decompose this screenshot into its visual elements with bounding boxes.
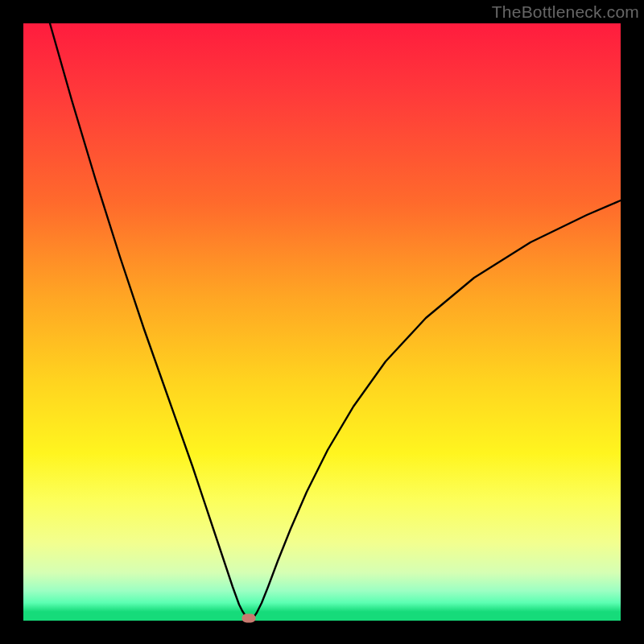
optimal-marker — [242, 614, 256, 623]
curve-path — [50, 23, 621, 619]
bottleneck-curve — [23, 23, 621, 621]
watermark-text: TheBottleneck.com — [492, 2, 639, 22]
chart-frame: TheBottleneck.com — [0, 0, 644, 644]
plot-area — [23, 23, 621, 621]
